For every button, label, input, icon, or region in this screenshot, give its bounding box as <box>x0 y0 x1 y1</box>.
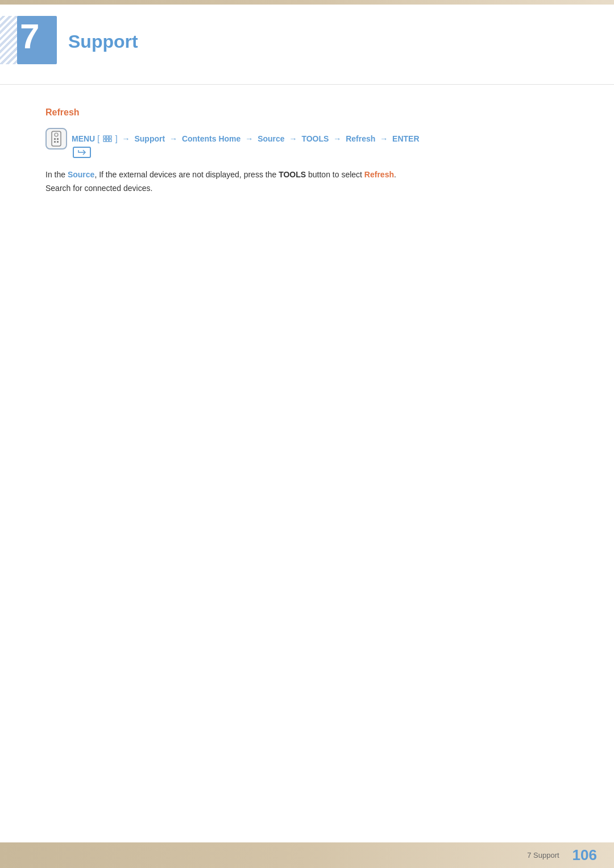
remote-icon-svg <box>50 131 63 147</box>
chapter-header: 7 Support <box>0 5 614 85</box>
step-tools: TOOLS <box>301 134 329 143</box>
menu-path-container: MENU [ ] → Support → Contents Home → Sou… <box>45 128 569 158</box>
chapter-title: Support <box>63 31 138 52</box>
arrow-3: → <box>245 134 255 143</box>
svg-rect-4 <box>54 141 56 143</box>
enter-key-icon <box>73 147 91 158</box>
desc-source-word: Source <box>68 170 94 179</box>
arrow-6: → <box>380 134 390 143</box>
svg-point-1 <box>55 133 58 136</box>
chapter-number: 7 <box>20 19 39 54</box>
footer-right: 7 Support 106 <box>527 846 597 864</box>
svg-rect-5 <box>57 141 59 143</box>
svg-rect-9 <box>103 139 106 142</box>
footer-chapter-label: 7 Support <box>527 851 559 859</box>
menu-grid-icon <box>103 135 112 143</box>
svg-rect-7 <box>106 136 109 138</box>
footer-bar: 7 Support 106 <box>0 842 614 868</box>
svg-rect-6 <box>103 136 106 138</box>
menu-label: MENU <box>72 134 95 143</box>
footer-page-number: 106 <box>572 846 597 864</box>
desc-tools-word: TOOLS <box>279 170 306 179</box>
step-source: Source <box>258 134 284 143</box>
svg-rect-8 <box>109 136 111 138</box>
menu-bracket-open: [ <box>97 134 99 143</box>
arrow-4: → <box>289 134 300 143</box>
menu-path-text: MENU [ ] → Support → Contents Home → Sou… <box>72 128 569 158</box>
svg-rect-11 <box>109 139 111 142</box>
desc-refresh-word: Refresh <box>364 170 394 179</box>
svg-rect-0 <box>52 131 61 146</box>
svg-rect-3 <box>57 138 59 140</box>
step-refresh: Refresh <box>346 134 375 143</box>
step-support: Support <box>134 134 165 143</box>
top-decorative-bar <box>0 0 614 5</box>
desc-pre-refresh: button to select <box>306 170 364 179</box>
step-enter: ENTER <box>392 134 419 143</box>
description-paragraph: In the Source, If the external devices a… <box>45 168 569 196</box>
step-contents-home: Contents Home <box>182 134 240 143</box>
section-heading: Refresh <box>45 107 569 118</box>
svg-rect-2 <box>54 138 56 140</box>
arrow-1: → <box>122 134 132 143</box>
arrow-5: → <box>333 134 343 143</box>
desc-pre-source: In the <box>45 170 68 179</box>
chapter-number-block: 7 <box>0 16 63 67</box>
arrow-2: → <box>169 134 180 143</box>
desc-period: . <box>394 170 396 179</box>
content-area: Refresh MENU [ <box>0 85 614 218</box>
menu-remote-icon <box>45 128 67 149</box>
menu-bracket-close: ] <box>115 134 118 143</box>
svg-rect-10 <box>106 139 109 142</box>
desc-search-line: Search for connected devices. <box>45 184 152 193</box>
desc-mid: , If the external devices are not displa… <box>94 170 279 179</box>
enter-arrow-icon <box>77 149 86 156</box>
